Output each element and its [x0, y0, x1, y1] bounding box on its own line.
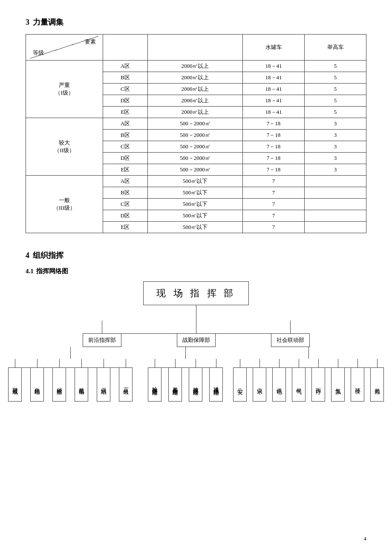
org-box-right: 社会联动部	[271, 333, 310, 347]
force-deployment-table: 要素 等级 水罐车 举高车 严重（I级） A区 2000㎡以上 18－41 5 …	[26, 34, 366, 233]
group-label-1: 严重（I级）	[26, 61, 103, 118]
left-leaves-connector: 警戒组 集结组 侦察组 疏散组	[8, 359, 133, 402]
leaf-gongqi: 供气	[292, 367, 306, 402]
leaf-zhuangbei: 装备保障组	[168, 367, 182, 402]
org-box-left: 前沿指挥部	[83, 333, 121, 347]
group-label-2: 较大（II级）	[26, 118, 103, 176]
section3-title: 3 力量调集	[26, 17, 366, 27]
leaf-gongshui: 供水	[253, 367, 266, 402]
branch-center: 战勤保障部	[177, 321, 216, 347]
v-line-top	[196, 305, 196, 321]
level2-connector: 前沿指挥部 战勤保障部 社会联动部	[83, 321, 310, 347]
leaf-huanbao: 环保	[351, 367, 364, 402]
table-row: 严重（I级） A区 2000㎡以上 18－41 5	[26, 61, 366, 72]
table-row: 一般（III级） A区 500㎡以下 7	[26, 176, 366, 187]
group-label-3: 一般（III级）	[26, 176, 103, 233]
leaf-shuSan: 疏散组	[75, 367, 88, 402]
leaf-jishu: 技术保障组	[189, 367, 202, 402]
table-header-diagonal: 要素 等级	[26, 35, 103, 61]
col-zone	[103, 35, 148, 61]
leaf-tongxun: 通讯保障组	[209, 367, 223, 402]
branch-right: 社会联动部	[271, 321, 310, 347]
leaf-gongShui: 供水组	[97, 367, 110, 402]
leaf-qita: 其他	[370, 367, 384, 402]
branch-left: 前沿指挥部	[83, 321, 121, 347]
level3-row: 警戒组 集结组 侦察组 疏散组	[8, 347, 384, 402]
leaf-jiJie: 集结组	[30, 367, 44, 402]
subsection41-title: 4.1 指挥网络图	[26, 267, 366, 275]
org-top-box: 现 场 指 挥 部	[143, 281, 249, 305]
org-chart: 现 场 指 挥 部 前沿指挥部 战勤保障部 社会联动部	[26, 281, 366, 402]
right-leaves-connector: 公安 供水 供电 供气	[233, 359, 384, 402]
subtree-right: 公安 供水 供电 供气	[233, 347, 384, 402]
leaf-miehuo: 灭火组	[119, 367, 133, 402]
leaf-yiliao: 医疗	[311, 367, 325, 402]
leaf-qixiang: 气象	[331, 367, 345, 402]
mid-leaves-connector: 给养保障组 装备保障组 技术保障组 通讯保障组	[148, 359, 223, 402]
col-water: 水罐车	[243, 35, 305, 61]
leaf-gongan: 公安	[233, 367, 247, 402]
page-number: 4	[364, 535, 367, 542]
table-row: 较大（II级） A区 500－2000㎡ 7－18 3	[26, 118, 366, 130]
col-area	[147, 35, 242, 61]
section4-title: 4 组织指挥	[26, 250, 366, 260]
leaf-zhaCha: 侦察组	[52, 367, 66, 402]
org-box-center: 战勤保障部	[177, 333, 216, 347]
leaf-gongdian: 供电	[272, 367, 286, 402]
subtree-left: 警戒组 集结组 侦察组 疏散组	[8, 347, 133, 402]
leaf-jiyang: 给养保障组	[148, 367, 161, 402]
subtree-mid: 给养保障组 装备保障组 技术保障组 通讯保障组	[148, 347, 223, 402]
leaf-jingJie: 警戒组	[8, 367, 22, 402]
col-ladder: 举高车	[305, 35, 366, 61]
